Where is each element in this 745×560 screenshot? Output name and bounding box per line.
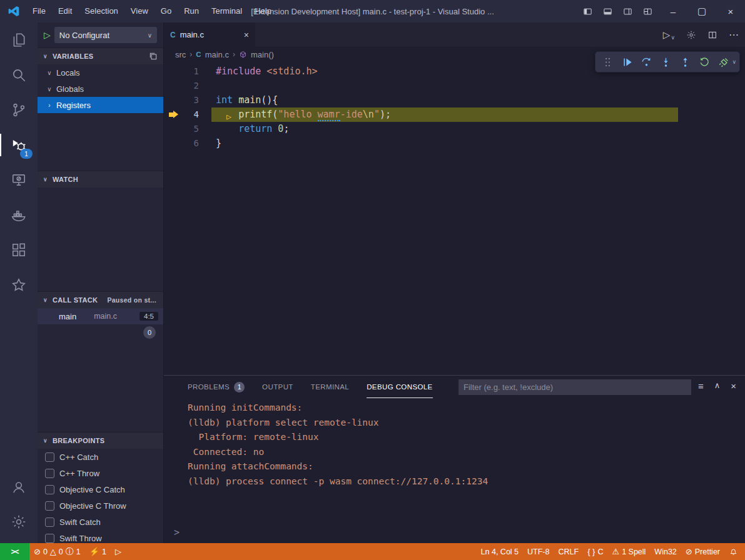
gear-icon[interactable] <box>686 30 696 40</box>
breakpoint-item[interactable]: Swift Catch <box>38 514 163 530</box>
toggle-sidebar-icon[interactable] <box>583 7 592 16</box>
sidebar-item-search[interactable] <box>0 58 38 92</box>
variables-item-registers[interactable]: ›Registers <box>38 97 163 113</box>
debug-console-output[interactable]: Running initCommands:(lldb) platform sel… <box>164 401 745 523</box>
breakpoint-gutter[interactable] <box>164 79 176 93</box>
menu-view[interactable]: View <box>124 0 155 22</box>
breakpoint-gutter[interactable] <box>164 93 176 108</box>
status-formatter[interactable]: ⊘Prettier <box>681 543 724 560</box>
menu-go[interactable]: Go <box>155 0 178 22</box>
sidebar-item-docker[interactable] <box>0 198 38 232</box>
close-panel-icon[interactable]: × <box>731 381 736 391</box>
variables-item-locals[interactable]: ∨Locals <box>38 64 163 81</box>
checkbox-unchecked[interactable] <box>45 485 54 494</box>
breakpoint-gutter[interactable] <box>164 122 176 136</box>
sidebar-item-star[interactable] <box>0 268 38 302</box>
menu-file[interactable]: File <box>26 0 52 22</box>
breakpoint-item[interactable]: Swift Throw <box>38 530 163 543</box>
checkbox-unchecked[interactable] <box>45 518 54 527</box>
menu-edit[interactable]: Edit <box>52 0 78 22</box>
chevron-down-icon[interactable]: ∨ <box>732 59 736 65</box>
sidebar-item-explorer[interactable] <box>0 22 38 58</box>
continue-button[interactable] <box>618 53 636 71</box>
status-cursor-position[interactable]: Ln 4, Col 5 <box>477 543 523 560</box>
split-editor-icon[interactable] <box>707 30 717 40</box>
step-out-button[interactable] <box>676 53 694 71</box>
status-spell-status[interactable]: ⚠1 Spell <box>607 543 650 560</box>
sidebar-item-extensions[interactable] <box>0 232 38 268</box>
code-line-6[interactable]: 6} <box>164 136 745 151</box>
debug-status[interactable]: ▷ <box>111 543 126 560</box>
console-prompt-icon[interactable]: > <box>174 527 180 538</box>
step-over-button[interactable] <box>637 53 655 71</box>
code-line-5[interactable]: 5 return 0; <box>164 122 745 136</box>
remote-indicator[interactable]: >< <box>0 543 29 560</box>
status-notifications[interactable] <box>724 543 742 560</box>
minimize-button[interactable]: – <box>659 0 687 22</box>
call-stack-frame[interactable]: main main.c 4:5 <box>38 308 163 324</box>
breakpoints-section-header[interactable]: ∨ BREAKPOINTS <box>38 432 163 449</box>
code-line-3[interactable]: 3int main(){ <box>164 93 745 108</box>
watch-section-header[interactable]: ∨ WATCH <box>38 171 163 188</box>
step-into-button[interactable] <box>657 53 674 71</box>
variables-section-header[interactable]: ∨ VARIABLES <box>38 48 163 64</box>
checkbox-unchecked[interactable] <box>45 452 54 462</box>
toggle-secondary-sidebar-icon[interactable] <box>623 7 632 16</box>
close-button[interactable]: × <box>716 0 745 22</box>
ports-status[interactable]: ⚡ 1 <box>85 543 111 560</box>
code-line-2[interactable]: 2 <box>164 79 745 93</box>
panel-tab-debug-console[interactable]: DEBUG CONSOLE <box>367 376 433 398</box>
breakpoint-item[interactable]: Objective C Throw <box>38 498 163 514</box>
status-language-mode[interactable]: { }C <box>583 543 607 560</box>
sidebar-item-source-control[interactable] <box>0 92 38 128</box>
menu-run[interactable]: Run <box>178 0 205 22</box>
breakpoint-item[interactable]: C++ Catch <box>38 449 163 465</box>
breadcrumb-symbol[interactable]: main() <box>251 50 274 59</box>
checkbox-unchecked[interactable] <box>45 534 54 543</box>
breakpoint-item[interactable]: Objective C Catch <box>38 481 163 498</box>
console-filter-input[interactable] <box>459 379 691 395</box>
menu-terminal[interactable]: Terminal <box>205 0 248 22</box>
code-line-4[interactable]: ▷4 printf("hello wamr-ide\n"); <box>164 108 745 122</box>
sidebar-item-settings[interactable] <box>0 504 38 539</box>
breakpoint-item[interactable]: C++ Throw <box>38 465 163 481</box>
maximize-panel-icon[interactable]: ∧ <box>714 381 721 391</box>
checkbox-unchecked[interactable] <box>45 469 54 478</box>
status-encoding[interactable]: UTF-8 <box>523 543 554 560</box>
code-editor[interactable]: 1#include <stdio.h>23int main(){▷4 print… <box>164 62 745 375</box>
customize-layout-icon[interactable] <box>643 7 652 16</box>
call-stack-section-header[interactable]: ∨ CALL STACK Paused on st... <box>38 291 163 308</box>
account-icon <box>11 479 27 495</box>
checkbox-unchecked[interactable] <box>45 501 54 511</box>
start-debug-icon[interactable]: ▷ <box>44 30 51 40</box>
output-settings-icon[interactable]: ≡ <box>698 381 704 391</box>
line-number: 1 <box>176 64 199 79</box>
more-actions-icon[interactable]: ⋯ <box>729 29 739 41</box>
menu-selection[interactable]: Selection <box>78 0 124 22</box>
maximize-button[interactable]: ▢ <box>687 0 716 22</box>
disconnect-button[interactable] <box>715 53 732 71</box>
toggle-panel-icon[interactable] <box>603 7 612 16</box>
variables-item-globals[interactable]: ∨Globals <box>38 81 163 97</box>
restart-button[interactable] <box>696 53 713 71</box>
panel-tab-output[interactable]: OUTPUT <box>262 376 293 398</box>
status-platform[interactable]: Win32 <box>650 543 681 560</box>
tab-main-c[interactable]: C main.c × <box>164 22 255 47</box>
panel-tab-problems[interactable]: PROBLEMS1 <box>188 376 245 398</box>
debug-config-dropdown[interactable]: No Configurat ∨ <box>54 27 157 43</box>
sidebar-item-run-and-debug[interactable]: 1 <box>0 128 38 162</box>
close-tab-icon[interactable]: × <box>244 30 249 40</box>
panel-tab-terminal[interactable]: TERMINAL <box>311 376 349 398</box>
sidebar-item-account[interactable] <box>0 469 38 504</box>
debug-config-row: ▷ No Configurat ∨ <box>38 22 163 48</box>
breakpoint-gutter[interactable] <box>164 64 176 79</box>
problems-status[interactable]: ⊘ 0 △ 0 ⓘ 1 <box>29 543 85 560</box>
run-file-button[interactable]: ▷∨ <box>663 29 675 41</box>
breadcrumb-src[interactable]: src <box>175 50 186 59</box>
breakpoint-gutter[interactable] <box>164 136 176 151</box>
drag-handle[interactable] <box>599 53 616 71</box>
status-eol[interactable]: CRLF <box>554 543 583 560</box>
sidebar-item-remote-explorer[interactable] <box>0 162 38 198</box>
breadcrumb-file[interactable]: main.c <box>205 50 229 59</box>
variables-actions-icon[interactable] <box>149 52 158 61</box>
